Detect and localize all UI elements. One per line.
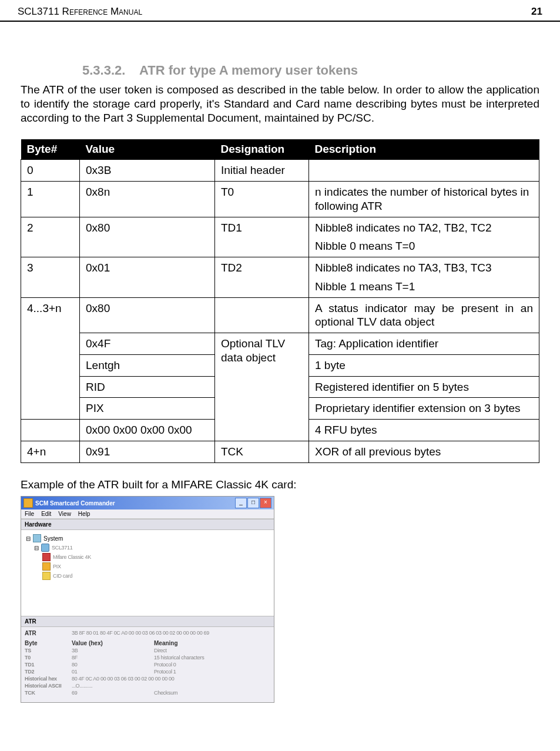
minimize-button[interactable]: _	[235, 498, 247, 508]
atr-data-row: TCK 69 Checksum	[25, 689, 270, 696]
card-icon	[42, 553, 51, 561]
cell-description: Nibble8 indicates no TA3, TB3, TC3 Nibbl…	[309, 257, 539, 298]
cell-designation: TCK	[215, 441, 309, 462]
cell-byte: 4...3+n	[21, 297, 80, 420]
cell-value: 0x00 0x00 0x00 0x00	[80, 420, 215, 441]
cell-value: Lentgh	[80, 354, 215, 376]
tree-label: SCL3711	[52, 545, 72, 551]
cell-designation: T0	[215, 182, 309, 217]
atr-data-row: Historical hex 80 4F 0C A0 00 00 03 06 0…	[25, 675, 270, 682]
desc-line: Nibble8 indicates no TA3, TB3, TC3	[315, 261, 533, 275]
menu-edit[interactable]: Edit	[41, 511, 51, 517]
card-icon	[42, 562, 51, 571]
cell-value: PIX	[80, 398, 215, 420]
menu-help[interactable]: Help	[78, 511, 90, 517]
cell-value: 0x80	[80, 297, 215, 333]
th-value: Value	[80, 139, 215, 160]
cell-designation: Optional TLV data object	[215, 333, 309, 441]
cell-designation	[215, 297, 309, 333]
titlebar-left: SCM Smartcard Commander	[24, 498, 115, 508]
atr-label: ATR	[25, 630, 72, 636]
table-row: 2 0x80 TD1 Nibble8 indicates no TA2, TB2…	[21, 217, 539, 257]
col-value: Value (hex)	[72, 640, 154, 646]
cell-description: XOR of all previous bytes	[309, 441, 539, 462]
cell-value: 0x80	[80, 217, 215, 257]
cell-description: Proprietary identifier extension on 3 by…	[309, 398, 539, 420]
menu-file[interactable]: File	[25, 511, 34, 517]
page-content: 5.3.3.2. ATR for type A memory user toke…	[0, 22, 560, 715]
cell-value: 0x3B	[80, 160, 215, 182]
section-heading: 5.3.3.2. ATR for type A memory user toke…	[82, 63, 539, 78]
atr-data-row: TS 3B Direct	[25, 647, 270, 654]
atr-data-row: Historical ASCII ...O..........	[25, 682, 270, 689]
cell-designation: TD1	[215, 217, 309, 257]
table-row: 1 0x8n T0 n indicates the number of hist…	[21, 182, 539, 217]
cell-description: n indicates the number of historical byt…	[309, 182, 539, 217]
col-byte: Byte	[25, 640, 72, 646]
atr-data-row: TD2 01 Protocol 1	[25, 668, 270, 675]
cell-byte: 0	[21, 160, 80, 182]
reader-icon	[41, 544, 49, 552]
atr-panel-header: ATR	[21, 616, 274, 627]
cell-byte: 4+n	[21, 441, 80, 462]
table-row: 4+n 0x91 TCK XOR of all previous bytes	[21, 441, 539, 462]
section-number: 5.3.3.2.	[82, 63, 125, 78]
tree-item-system[interactable]: ⊟ System	[26, 534, 269, 543]
cell-byte: 1	[21, 182, 80, 217]
cell-description: Nibble8 indicates no TA2, TB2, TC2 Nibbl…	[309, 217, 539, 257]
app-icon	[24, 498, 33, 508]
atr-data-row: TD1 80 Protocol 0	[25, 661, 270, 668]
system-icon	[33, 534, 41, 542]
hardware-panel-header: Hardware	[21, 519, 274, 530]
tree-label: System	[43, 535, 63, 542]
cell-designation: TD2	[215, 257, 309, 298]
th-byte: Byte#	[21, 139, 80, 160]
tree-label: CID card	[53, 573, 72, 579]
table-header-row: Byte# Value Designation Description	[21, 139, 539, 160]
cell-byte: 2	[21, 217, 80, 257]
table-row: 4...3+n 0x80 A status indicator may be p…	[21, 297, 539, 333]
section-title: ATR for type A memory user tokens	[139, 63, 358, 78]
cell-description: Tag: Application identifier	[309, 333, 539, 355]
table-row: 3 0x01 TD2 Nibble8 indicates no TA3, TB3…	[21, 257, 539, 298]
window-controls: _ □ ×	[235, 498, 271, 508]
window-title: SCM Smartcard Commander	[35, 500, 115, 507]
table-row: 0 0x3B Initial header	[21, 160, 539, 182]
page-header: SCL3711 Reference Manual 21	[0, 0, 560, 22]
col-meaning: Meaning	[154, 640, 178, 646]
titlebar: SCM Smartcard Commander _ □ ×	[21, 497, 274, 509]
atr-value: 3B 8F 80 01 80 4F 0C A0 00 00 03 06 03 0…	[72, 630, 270, 636]
cell-value: 0x01	[80, 257, 215, 298]
screenshot-window: SCM Smartcard Commander _ □ × File Edit …	[21, 496, 274, 703]
table-row: 0x4F Optional TLV data object Tag: Appli…	[21, 333, 539, 355]
cell-byte: 3	[21, 257, 80, 298]
tree-item-pix[interactable]: PIX	[42, 562, 269, 571]
expand-icon[interactable]: ⊟	[26, 535, 31, 542]
menu-view[interactable]: View	[58, 511, 71, 517]
page-number: 21	[531, 6, 542, 18]
cell-value: 0x91	[80, 441, 215, 462]
tree-item-cid[interactable]: CID card	[42, 571, 269, 581]
expand-icon[interactable]: ⊟	[34, 545, 39, 551]
cell-byte	[21, 420, 80, 441]
tree-item-reader[interactable]: ⊟ SCL3711	[34, 543, 269, 552]
atr-data-row: T0 8F 15 historical characters	[25, 654, 270, 661]
tree-label: Mifare Classic 4K	[53, 554, 91, 560]
cell-description: 4 RFU bytes	[309, 420, 539, 441]
atr-table: Byte# Value Designation Description 0 0x…	[21, 139, 539, 462]
maximize-button[interactable]: □	[247, 498, 259, 508]
cell-designation: Initial header	[215, 160, 309, 182]
cell-value: RID	[80, 376, 215, 398]
cell-description: Registered identifier on 5 bytes	[309, 376, 539, 398]
tree-item-mifare[interactable]: Mifare Classic 4K	[42, 552, 269, 562]
header-title: SCL3711 Reference Manual	[18, 6, 142, 18]
atr-cols-header: Byte Value (hex) Meaning	[25, 639, 270, 647]
cell-description: A status indicator may be present in an …	[309, 297, 539, 333]
atr-value-row: ATR 3B 8F 80 01 80 4F 0C A0 00 00 03 06 …	[25, 629, 270, 637]
card-icon	[42, 572, 51, 580]
th-designation: Designation	[215, 139, 309, 160]
close-button[interactable]: ×	[260, 498, 271, 508]
desc-line: Nibble 1 means T=1	[315, 280, 533, 294]
cell-value: 0x4F	[80, 333, 215, 355]
desc-line: Nibble8 indicates no TA2, TB2, TC2	[315, 221, 533, 235]
